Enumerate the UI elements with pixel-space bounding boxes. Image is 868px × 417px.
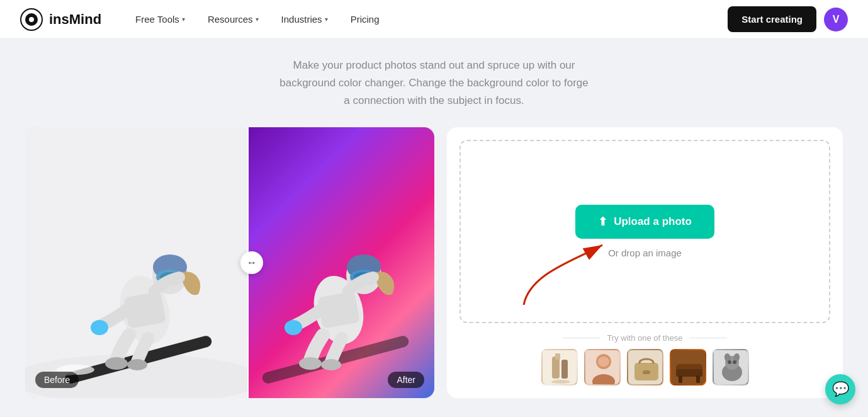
before-side xyxy=(25,127,249,398)
main-content: Make your product photos stand out and s… xyxy=(0,39,868,417)
sample-thumbs xyxy=(459,349,830,386)
svg-rect-31 xyxy=(561,360,568,379)
resize-icon: ↔ xyxy=(247,257,257,268)
snowboarder-svg xyxy=(25,127,249,398)
svg-rect-32 xyxy=(555,353,560,360)
svg-point-12 xyxy=(91,320,108,335)
svg-point-37 xyxy=(598,357,609,367)
or-drop-text: Or drop an image xyxy=(608,248,682,258)
svg-point-27 xyxy=(321,359,341,370)
svg-point-33 xyxy=(551,380,570,384)
sample-label: Try with one of these xyxy=(459,333,830,343)
svg-point-51 xyxy=(728,360,731,364)
before-after-container: ↔ Before After xyxy=(25,127,434,398)
chevron-down-icon: ▾ xyxy=(256,16,259,23)
sample-thumb-animal[interactable] xyxy=(713,349,749,386)
sample-thumb-handbag[interactable] xyxy=(627,349,663,386)
divider-handle[interactable]: ↔ xyxy=(240,251,263,274)
demo-area: ↔ Before After ⬆ Upload a photo Or drop … xyxy=(25,127,843,398)
navbar: insMind Free Tools ▾ Resources ▾ Industr… xyxy=(0,0,868,39)
navbar-nav: Free Tools ▾ Resources ▾ Industries ▾ Pr… xyxy=(127,9,728,30)
svg-rect-30 xyxy=(552,357,560,379)
after-snowboarder-svg xyxy=(247,127,434,398)
before-label: Before xyxy=(35,372,79,388)
sample-section: Try with one of these xyxy=(459,333,830,386)
nav-pricing[interactable]: Pricing xyxy=(342,9,388,30)
upload-panel: ⬆ Upload a photo Or drop an image xyxy=(447,127,843,398)
svg-point-26 xyxy=(299,357,322,370)
sample-thumb-furniture[interactable] xyxy=(670,349,706,386)
sample-thumb-person[interactable] xyxy=(584,349,621,386)
svg-point-52 xyxy=(733,360,736,364)
chat-icon: 💬 xyxy=(832,381,849,397)
avatar[interactable]: V xyxy=(824,8,848,31)
nav-industries[interactable]: Industries ▾ xyxy=(273,9,337,30)
chevron-down-icon: ▾ xyxy=(325,16,328,23)
svg-rect-44 xyxy=(679,375,682,383)
start-creating-button[interactable]: Start creating xyxy=(728,6,816,32)
svg-point-25 xyxy=(285,320,302,335)
svg-point-13 xyxy=(105,357,128,370)
sample-thumb-cosmetics[interactable] xyxy=(541,349,578,386)
svg-rect-45 xyxy=(696,375,700,383)
upload-photo-button[interactable]: ⬆ Upload a photo xyxy=(575,205,714,239)
svg-point-14 xyxy=(127,359,147,370)
svg-rect-40 xyxy=(643,370,650,374)
upload-dropzone[interactable]: ⬆ Upload a photo Or drop an image xyxy=(459,140,830,323)
after-side xyxy=(247,127,434,398)
chevron-down-icon: ▾ xyxy=(182,16,185,23)
upload-icon: ⬆ xyxy=(598,215,607,229)
logo-icon xyxy=(20,8,43,31)
logo[interactable]: insMind xyxy=(20,8,101,31)
nav-free-tools[interactable]: Free Tools ▾ xyxy=(127,9,194,30)
hero-subtitle: Make your product photos stand out and s… xyxy=(25,57,843,110)
navbar-right: Start creating V xyxy=(728,6,848,32)
after-label: After xyxy=(388,372,424,388)
chat-button[interactable]: 💬 xyxy=(825,374,855,404)
nav-resources[interactable]: Resources ▾ xyxy=(199,9,268,30)
svg-point-2 xyxy=(29,17,34,22)
logo-text: insMind xyxy=(49,11,101,28)
